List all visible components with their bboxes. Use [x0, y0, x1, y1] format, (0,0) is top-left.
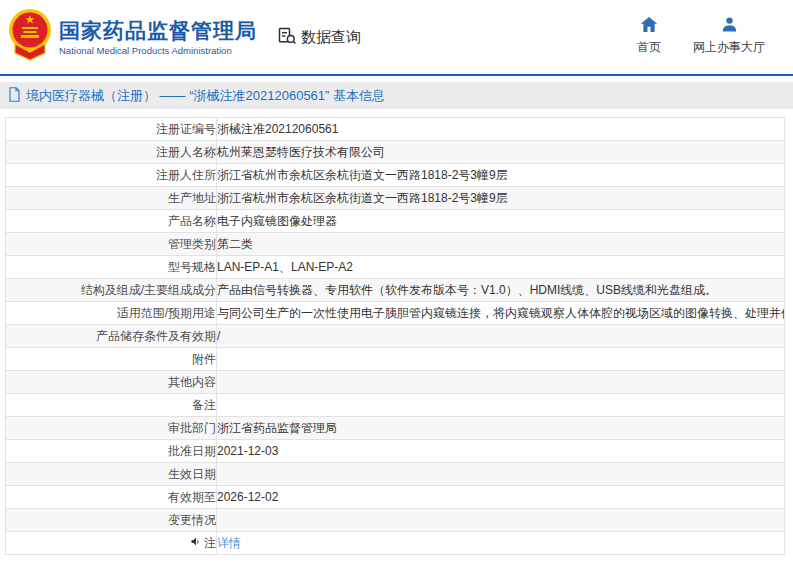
row-value-cell: 与同公司生产的一次性使用电子胰胆管内窥镜连接，将内窥镜观察人体体腔的视场区域的图… — [217, 302, 785, 325]
row-label-cell: 有效期至 — [6, 486, 217, 509]
table-row: 生产地址浙江省杭州市余杭区余杭街道文一西路1818-2号3幢9层 — [6, 187, 785, 210]
row-value-cell: LAN-EP-A1、LAN-EP-A2 — [217, 256, 785, 279]
row-value-cell: 浙江省杭州市余杭区余杭街道文一西路1818-2号3幢9层 — [217, 187, 785, 210]
row-label-cell: 备注 — [6, 394, 217, 417]
row-label-cell: 审批部门 — [6, 417, 217, 440]
registration-info-section: 注册证编号浙械注准20212060561注册人名称杭州莱恩瑟特医疗技术有限公司注… — [5, 117, 785, 555]
row-value-cell — [217, 348, 785, 371]
registration-info-table: 注册证编号浙械注准20212060561注册人名称杭州莱恩瑟特医疗技术有限公司注… — [5, 117, 785, 555]
row-value: 与同公司生产的一次性使用电子胰胆管内窥镜连接，将内窥镜观察人体体腔的视场区域的图… — [217, 306, 785, 320]
row-label-cell: 产品名称 — [6, 210, 217, 233]
row-label: 批准日期 — [168, 444, 216, 458]
table-row: 产品名称电子内窥镜图像处理器 — [6, 210, 785, 233]
row-value-cell — [217, 371, 785, 394]
row-value: / — [217, 329, 220, 343]
table-row: 适用范围/预期用途与同公司生产的一次性使用电子胰胆管内窥镜连接，将内窥镜观察人体… — [6, 302, 785, 325]
row-label-cell: 生效日期 — [6, 463, 217, 486]
row-label-cell: 管理类别 — [6, 233, 217, 256]
row-label-cell: 注册证编号 — [6, 118, 217, 141]
row-value-cell: 2026-12-02 — [217, 486, 785, 509]
row-label-cell: 生产地址 — [6, 187, 217, 210]
home-icon — [640, 16, 658, 36]
table-row: 注册证编号浙械注准20212060561 — [6, 118, 785, 141]
table-row: 其他内容 — [6, 371, 785, 394]
nav-hall-label: 网上办事大厅 — [693, 39, 765, 56]
row-label: 注册人名称 — [156, 145, 216, 159]
nav-home-label: 首页 — [637, 39, 661, 56]
data-query-tab[interactable]: 数据查询 — [277, 26, 361, 49]
row-label: 有效期至 — [168, 490, 216, 504]
table-row: 注册人住所浙江省杭州市余杭区余杭街道文一西路1818-2号3幢9层 — [6, 164, 785, 187]
nav-home[interactable]: 首页 — [637, 16, 661, 56]
row-value-cell: 浙江省杭州市余杭区余杭街道文一西路1818-2号3幢9层 — [217, 164, 785, 187]
row-label-cell: 注 — [6, 532, 217, 555]
row-label: 备注 — [192, 398, 216, 412]
row-value-cell: 第二类 — [217, 233, 785, 256]
row-label-cell: 变更情况 — [6, 509, 217, 532]
row-value-cell — [217, 394, 785, 417]
row-label: 生效日期 — [168, 467, 216, 481]
row-value-cell: 浙江省药品监督管理局 — [217, 417, 785, 440]
row-label-cell: 适用范围/预期用途 — [6, 302, 217, 325]
user-icon — [721, 16, 738, 36]
document-search-icon — [277, 26, 297, 49]
row-label: 注册人住所 — [156, 168, 216, 182]
row-value: 浙江省杭州市余杭区余杭街道文一西路1818-2号3幢9层 — [217, 191, 508, 205]
table-row: 变更情况 — [6, 509, 785, 532]
row-value-cell: 产品由信号转换器、专用软件（软件发布版本号：V1.0）、HDMI线缆、USB线缆… — [217, 279, 785, 302]
row-label: 附件 — [192, 352, 216, 366]
table-row: 注册人名称杭州莱恩瑟特医疗技术有限公司 — [6, 141, 785, 164]
row-value: 电子内窥镜图像处理器 — [217, 214, 337, 228]
row-label-cell: 批准日期 — [6, 440, 217, 463]
row-value: 2026-12-02 — [217, 490, 278, 504]
data-query-label: 数据查询 — [301, 28, 361, 47]
table-row: 有效期至2026-12-02 — [6, 486, 785, 509]
table-row: 结构及组成/主要组成成分产品由信号转换器、专用软件（软件发布版本号：V1.0）、… — [6, 279, 785, 302]
row-value-cell: 电子内窥镜图像处理器 — [217, 210, 785, 233]
row-label: 注册证编号 — [156, 122, 216, 136]
row-label: 产品储存条件及有效期 — [96, 329, 216, 343]
details-link[interactable]: 详情 — [217, 536, 241, 550]
row-value-cell — [217, 463, 785, 486]
row-label: 审批部门 — [168, 421, 216, 435]
row-label: 变更情况 — [168, 513, 216, 527]
row-value: 浙械注准20212060561 — [217, 122, 338, 136]
row-value: 2021-12-03 — [217, 444, 278, 458]
row-label: 型号规格 — [168, 260, 216, 274]
table-row: 产品储存条件及有效期/ — [6, 325, 785, 348]
nav-service-hall[interactable]: 网上办事大厅 — [693, 16, 765, 56]
row-label: 管理类别 — [168, 237, 216, 251]
row-value: 浙江省杭州市余杭区余杭街道文一西路1818-2号3幢9层 — [217, 168, 508, 182]
row-value: LAN-EP-A1、LAN-EP-A2 — [217, 260, 353, 274]
table-row: 注详情 — [6, 532, 785, 555]
table-row: 生效日期 — [6, 463, 785, 486]
row-value-cell — [217, 509, 785, 532]
site-title: 国家药品监督管理局 — [59, 19, 257, 43]
row-label: 结构及组成/主要组成成分 — [81, 283, 216, 297]
row-value: 第二类 — [217, 237, 253, 251]
row-value-cell: 杭州莱恩瑟特医疗技术有限公司 — [217, 141, 785, 164]
row-label: 注 — [204, 536, 216, 550]
row-value-cell: 浙械注准20212060561 — [217, 118, 785, 141]
table-row: 附件 — [6, 348, 785, 371]
row-label-cell: 产品储存条件及有效期 — [6, 325, 217, 348]
row-label-cell: 注册人名称 — [6, 141, 217, 164]
row-value-cell: 详情 — [217, 532, 785, 555]
table-row: 型号规格LAN-EP-A1、LAN-EP-A2 — [6, 256, 785, 279]
table-row: 审批部门浙江省药品监督管理局 — [6, 417, 785, 440]
row-label-cell: 注册人住所 — [6, 164, 217, 187]
page-icon — [8, 87, 21, 105]
nmpa-logo: 国家药品监督管理局 National Medical Products Admi… — [0, 8, 257, 66]
row-label: 其他内容 — [168, 375, 216, 389]
site-header: 国家药品监督管理局 National Medical Products Admi… — [0, 0, 793, 76]
row-label-cell: 其他内容 — [6, 371, 217, 394]
breadcrumb-bar: 境内医疗器械（注册） —— “浙械注准20212060561” 基本信息 — [0, 82, 793, 109]
horn-icon — [190, 536, 204, 550]
site-subtitle: National Medical Products Administration — [59, 45, 257, 56]
page-title: 境内医疗器械（注册） —— “浙械注准20212060561” 基本信息 — [26, 87, 385, 105]
row-label-cell: 结构及组成/主要组成成分 — [6, 279, 217, 302]
row-label-cell: 附件 — [6, 348, 217, 371]
table-row: 批准日期2021-12-03 — [6, 440, 785, 463]
table-row: 管理类别第二类 — [6, 233, 785, 256]
row-label-cell: 型号规格 — [6, 256, 217, 279]
